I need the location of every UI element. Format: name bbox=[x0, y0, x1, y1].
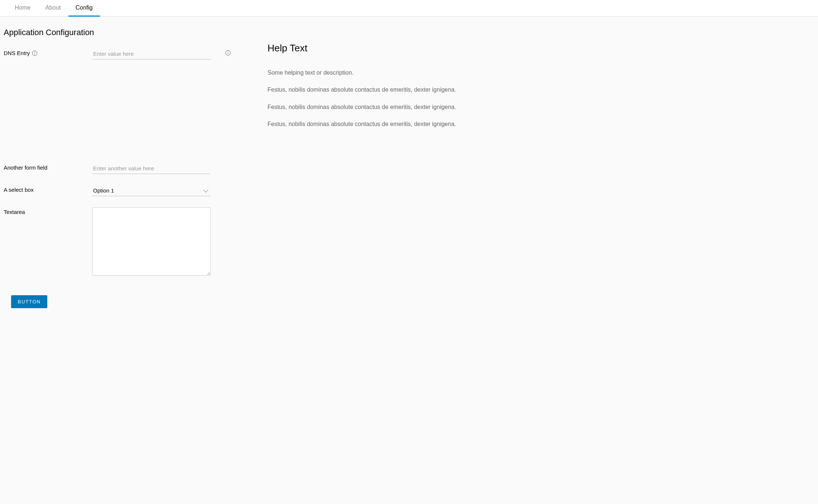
tab-config[interactable]: Config bbox=[68, 0, 100, 17]
help-paragraph: Festus, nobilis dominas absolute contact… bbox=[267, 86, 508, 94]
page-title: Application Configuration bbox=[4, 28, 231, 37]
submit-button[interactable]: BUTTON bbox=[11, 295, 47, 308]
tab-about[interactable]: About bbox=[38, 0, 68, 17]
select-box-input[interactable]: Option 1 bbox=[92, 185, 211, 196]
tab-bar: Home About Config bbox=[0, 0, 818, 17]
dns-entry-input[interactable] bbox=[92, 48, 211, 59]
help-paragraph: Festus, nobilis dominas absolute contact… bbox=[267, 103, 508, 111]
another-field-label: Another form field bbox=[4, 163, 92, 171]
form-column: Application Configuration DNS Entry i i … bbox=[4, 28, 231, 308]
field-help-icon-wrap: i bbox=[225, 48, 231, 55]
content-area: Application Configuration DNS Entry i i … bbox=[0, 17, 818, 323]
help-column: Help Text Some helping text or descripti… bbox=[267, 28, 508, 137]
chevron-down-icon bbox=[203, 187, 208, 192]
help-text: Some helping text or description. Festus… bbox=[267, 69, 508, 129]
form-row-textarea: Textarea bbox=[4, 207, 231, 277]
info-icon[interactable]: i bbox=[32, 51, 37, 56]
textarea-input[interactable] bbox=[92, 207, 211, 276]
info-icon[interactable]: i bbox=[225, 50, 231, 55]
form-row-select: A select box Option 1 bbox=[4, 185, 231, 196]
form-row-dns: DNS Entry i i bbox=[4, 48, 231, 59]
help-paragraph: Festus, nobilis dominas absolute contact… bbox=[267, 120, 508, 128]
another-field-input[interactable] bbox=[92, 163, 211, 174]
dns-entry-label: DNS Entry i bbox=[4, 48, 92, 56]
form-row-another: Another form field bbox=[4, 163, 231, 174]
tab-home[interactable]: Home bbox=[7, 0, 38, 17]
select-box-value: Option 1 bbox=[93, 187, 114, 194]
help-paragraph: Some helping text or description. bbox=[267, 69, 508, 77]
select-box-label: A select box bbox=[4, 185, 92, 193]
help-title: Help Text bbox=[267, 42, 508, 54]
textarea-label: Textarea bbox=[4, 207, 92, 215]
dns-entry-label-text: DNS Entry bbox=[4, 50, 30, 56]
